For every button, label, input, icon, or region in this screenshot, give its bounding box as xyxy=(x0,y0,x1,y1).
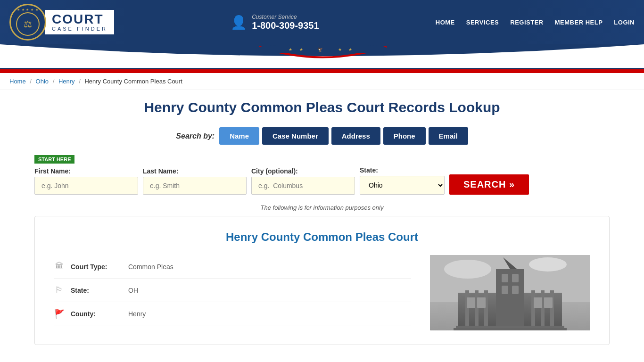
page-title: Henry County Common Pleas Court Records … xyxy=(34,99,610,115)
svg-rect-23 xyxy=(456,326,564,328)
svg-rect-16 xyxy=(541,290,545,330)
court-type-value: Common Pleas xyxy=(128,263,173,271)
first-name-input[interactable] xyxy=(34,177,138,195)
tab-phone[interactable]: Phone xyxy=(383,127,426,145)
logo-area[interactable]: ⚖ COURT CASE FINDER xyxy=(9,4,114,41)
county-row: 🚩 County: Henry xyxy=(54,302,411,326)
breadcrumb-home[interactable]: Home xyxy=(9,78,26,85)
logo-case-finder-text: CASE FINDER xyxy=(52,26,107,32)
court-type-label: Court Type: xyxy=(71,263,123,271)
search-by-label: Search by: xyxy=(176,132,215,140)
cs-phone: 1-800-309-9351 xyxy=(252,20,319,31)
state-value: OH xyxy=(128,287,138,294)
svg-rect-10 xyxy=(502,286,508,294)
court-image xyxy=(430,255,590,330)
svg-rect-18 xyxy=(467,297,475,308)
county-value: Henry xyxy=(128,310,146,318)
eagle-container: ★ ★ 🦅 ★ ★ xyxy=(256,45,388,53)
nav-member-help[interactable]: MEMBER HELP xyxy=(555,19,603,26)
eagle-stars-left: ★ ★ 🦅 ★ ★ xyxy=(289,47,355,52)
last-name-field: Last Name: xyxy=(143,167,247,195)
search-by-row: Search by: Name Case Number Address Phon… xyxy=(34,127,610,145)
tab-case-number[interactable]: Case Number xyxy=(262,127,329,145)
logo-court-text: COURT xyxy=(52,13,107,26)
search-form-area: START HERE First Name: Last Name: City (… xyxy=(34,150,610,199)
court-type-row: 🏛 Court Type: Common Pleas xyxy=(54,255,411,279)
site-header: ⚖ COURT CASE FINDER 👤 Customer Service 1… xyxy=(0,0,644,44)
court-details: 🏛 Court Type: Common Pleas 🏳 State: OH 🚩… xyxy=(54,255,411,330)
building-svg xyxy=(430,255,590,330)
svg-rect-22 xyxy=(454,328,567,330)
svg-rect-14 xyxy=(484,290,488,330)
svg-rect-13 xyxy=(475,290,479,330)
eagle-banner-area: ★ ★ 🦅 ★ ★ xyxy=(0,44,644,69)
svg-point-3 xyxy=(444,260,491,279)
breadcrumb: Home / Ohio / Henry / Henry County Commo… xyxy=(0,73,644,90)
search-button[interactable]: SEARCH » xyxy=(449,174,529,195)
logo-inner: ⚖ xyxy=(16,12,40,36)
breadcrumb-current: Henry County Common Pleas Court xyxy=(84,78,182,85)
state-row: 🏳 State: OH xyxy=(54,279,411,302)
svg-rect-20 xyxy=(534,297,542,308)
svg-rect-6 xyxy=(496,269,524,330)
logo-text: COURT CASE FINDER xyxy=(45,10,114,34)
svg-rect-17 xyxy=(550,290,554,330)
state-label-detail: State: xyxy=(71,287,123,294)
nav-home[interactable]: HOME xyxy=(436,19,455,26)
nav-login[interactable]: LOGIN xyxy=(614,19,635,26)
state-label: State: xyxy=(360,166,445,174)
breadcrumb-ohio[interactable]: Ohio xyxy=(36,78,49,85)
county-label: County: xyxy=(71,310,123,318)
tab-name[interactable]: Name xyxy=(219,127,259,145)
svg-rect-15 xyxy=(531,290,535,330)
court-info-box: Henry County Common Pleas Court 🏛 Court … xyxy=(34,216,610,345)
city-field: City (optional): xyxy=(251,167,355,195)
state-select[interactable]: Ohio xyxy=(360,176,445,195)
cs-text: Customer Service 1-800-309-9351 xyxy=(252,14,319,31)
sep-2: / xyxy=(53,78,56,85)
county-icon: 🚩 xyxy=(54,309,65,319)
city-input[interactable] xyxy=(251,177,355,195)
form-row: First Name: Last Name: City (optional): … xyxy=(34,166,610,195)
svg-rect-11 xyxy=(512,286,519,294)
nav-register[interactable]: REGISTER xyxy=(510,19,543,26)
main-content: Henry County Common Pleas Court Records … xyxy=(16,90,628,354)
red-strip xyxy=(0,69,644,73)
first-name-label: First Name: xyxy=(34,167,138,175)
main-nav: HOME SERVICES REGISTER MEMBER HELP LOGIN xyxy=(436,19,635,26)
sep-3: / xyxy=(79,78,82,85)
tab-address[interactable]: Address xyxy=(331,127,380,145)
tab-email[interactable]: Email xyxy=(429,127,468,145)
svg-rect-9 xyxy=(512,274,519,282)
info-note: The following is for information purpose… xyxy=(34,204,610,211)
state-icon: 🏳 xyxy=(54,285,65,295)
start-here-badge: START HERE xyxy=(34,155,74,164)
svg-rect-12 xyxy=(465,290,469,330)
city-label: City (optional): xyxy=(251,167,355,175)
breadcrumb-henry[interactable]: Henry xyxy=(58,78,75,85)
state-field: State: Ohio xyxy=(360,166,445,195)
sep-1: / xyxy=(30,78,33,85)
logo-icon: ⚖ xyxy=(24,18,32,30)
cs-label: Customer Service xyxy=(252,14,319,20)
court-info-title: Henry County Common Pleas Court xyxy=(54,230,590,244)
last-name-label: Last Name: xyxy=(143,167,247,175)
last-name-input[interactable] xyxy=(143,177,247,195)
court-info-body: 🏛 Court Type: Common Pleas 🏳 State: OH 🚩… xyxy=(54,255,590,330)
nav-services[interactable]: SERVICES xyxy=(466,19,499,26)
customer-service: 👤 Customer Service 1-800-309-9351 xyxy=(231,14,319,31)
logo-circle: ⚖ xyxy=(9,4,46,41)
svg-rect-21 xyxy=(544,297,553,308)
svg-point-4 xyxy=(529,257,567,272)
svg-rect-8 xyxy=(502,274,508,282)
first-name-field: First Name: xyxy=(34,167,138,195)
phone-icon: 👤 xyxy=(231,15,247,30)
court-type-icon: 🏛 xyxy=(54,262,65,272)
svg-rect-19 xyxy=(477,297,486,308)
